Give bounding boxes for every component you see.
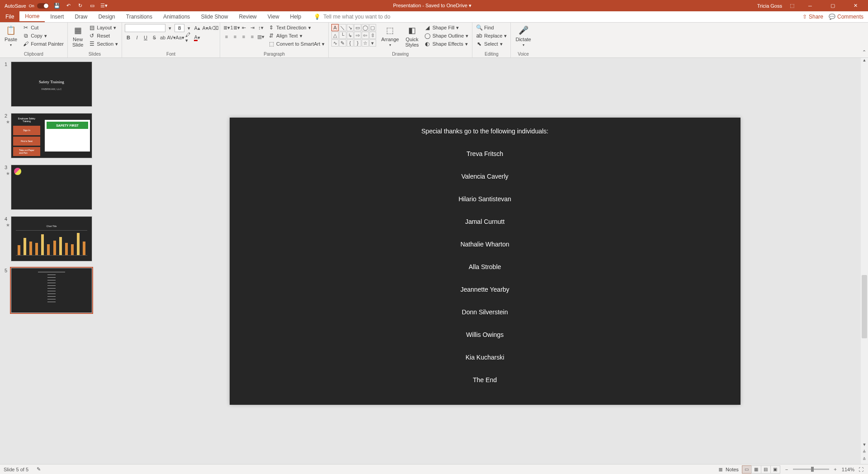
underline-button[interactable]: U: [142, 34, 149, 41]
italic-button[interactable]: I: [133, 34, 141, 41]
shape-rect-icon[interactable]: ▭: [354, 24, 361, 31]
change-case-button[interactable]: Aa▾: [176, 34, 184, 41]
tab-transitions[interactable]: Transitions: [121, 11, 158, 22]
zoom-in-button[interactable]: ＋: [832, 466, 839, 473]
slide-panel[interactable]: 1 Safety Training FABRIKAM, LLC 2★ Emplo…: [0, 58, 102, 464]
shape-triangle-icon[interactable]: △: [331, 32, 339, 39]
shape-outline-button[interactable]: ◯Shape Outline▾: [423, 32, 469, 39]
strikethrough-button[interactable]: S̶: [151, 34, 158, 41]
user-name[interactable]: Tricia Goss: [757, 3, 782, 9]
clear-format-icon[interactable]: A⌫: [210, 24, 217, 32]
zoom-slider[interactable]: [793, 469, 829, 470]
shape-textbox-icon[interactable]: A: [331, 24, 339, 31]
chevron-down-icon[interactable]: ▾: [185, 24, 193, 32]
align-center-button[interactable]: ≡: [231, 33, 239, 40]
slide-thumbnail-4[interactable]: Chart Title: [11, 216, 92, 261]
maximize-button[interactable]: ▢: [825, 0, 841, 11]
minimize-button[interactable]: ─: [802, 0, 818, 11]
select-button[interactable]: ⬉Select▾: [475, 40, 508, 47]
slide-canvas[interactable]: Special thanks go to the following indiv…: [102, 58, 868, 464]
normal-view-button[interactable]: ▭: [742, 465, 752, 474]
quick-styles-button[interactable]: ◧Quick Styles: [403, 24, 420, 48]
layout-button[interactable]: ▤Layout▾: [88, 24, 119, 31]
tab-review[interactable]: Review: [233, 11, 262, 22]
tab-animations[interactable]: Animations: [158, 11, 195, 22]
char-spacing-button[interactable]: AV▾: [168, 34, 175, 41]
slide-thumbnail-2[interactable]: Employee Safety Training Sign In Find a …: [11, 113, 92, 158]
font-size-input[interactable]: [175, 24, 184, 32]
increase-font-icon[interactable]: A▴: [193, 24, 201, 32]
scroll-up-icon[interactable]: ▲: [861, 58, 868, 65]
tab-file[interactable]: File: [0, 11, 19, 22]
line-spacing-button[interactable]: ↕▾: [257, 24, 264, 31]
reading-view-button[interactable]: ▤: [761, 465, 771, 474]
shape-right-arrow-icon[interactable]: ⇨: [354, 32, 361, 39]
copy-button[interactable]: ⧉Copy▾: [22, 32, 65, 39]
share-button[interactable]: ⇧Share: [802, 14, 823, 20]
shape-star-icon[interactable]: ☆: [362, 39, 369, 47]
next-slide-icon[interactable]: ≛: [861, 457, 868, 464]
shape-roundrect-icon[interactable]: ▢: [369, 24, 377, 31]
slide-thumbnail-1[interactable]: Safety Training FABRIKAM, LLC: [11, 62, 92, 107]
scroll-thumb[interactable]: [862, 275, 867, 338]
tab-design[interactable]: Design: [93, 11, 120, 22]
slide-thumbnail-3[interactable]: [11, 165, 92, 210]
tab-home[interactable]: Home: [19, 11, 45, 22]
sorter-view-button[interactable]: ▦: [751, 465, 761, 474]
close-button[interactable]: ✕: [847, 0, 863, 11]
shape-updown-arrow-icon[interactable]: ⇳: [369, 32, 377, 39]
slide-indicator[interactable]: Slide 5 of 5: [4, 467, 28, 472]
tab-insert[interactable]: Insert: [45, 11, 69, 22]
shape-elbow-icon[interactable]: └: [339, 32, 346, 39]
autosave-toggle[interactable]: [37, 3, 49, 9]
paste-button[interactable]: 📋 Paste ▾: [3, 24, 19, 48]
save-icon[interactable]: 💾: [53, 2, 61, 9]
shape-left-arrow-icon[interactable]: ⇦: [362, 32, 369, 39]
shapes-more-icon[interactable]: ▾: [369, 39, 377, 47]
find-button[interactable]: 🔍Find: [475, 24, 508, 31]
zoom-level[interactable]: 114%: [842, 467, 854, 472]
undo-icon[interactable]: ↶: [65, 2, 72, 9]
touch-mode-icon[interactable]: ☰▾: [100, 2, 108, 9]
shape-effects-button[interactable]: ◐Shape Effects▾: [423, 40, 469, 47]
shapes-gallery[interactable]: A ＼ ↘ ▭ ◯ ▢ △ └ ↳ ⇨ ⇦ ⇳ ∿ ✎: [331, 24, 377, 47]
arrange-button[interactable]: ⬚Arrange▾: [379, 24, 401, 48]
decrease-indent-button[interactable]: ⇤: [240, 24, 247, 31]
slide-thumbnail-5[interactable]: [11, 268, 92, 313]
font-color-button[interactable]: A▾: [193, 34, 201, 41]
comments-button[interactable]: 💬Comments: [829, 14, 863, 20]
replace-button[interactable]: abReplace▾: [475, 32, 508, 39]
bullets-button[interactable]: ≣▾: [223, 24, 230, 31]
section-button[interactable]: ☰Section▾: [88, 40, 119, 47]
numbering-button[interactable]: 1≣▾: [231, 24, 239, 31]
slideshow-view-button[interactable]: ▣: [770, 465, 780, 474]
align-text-button[interactable]: ⇵Align Text▾: [267, 32, 326, 39]
vertical-scrollbar[interactable]: ▲ ▼ ≜ ≛: [861, 58, 868, 464]
chevron-down-icon[interactable]: ▾: [166, 24, 174, 32]
justify-button[interactable]: ≡: [249, 33, 256, 40]
collapse-ribbon-button[interactable]: ⌃: [860, 48, 868, 56]
shape-fill-button[interactable]: ◢Shape Fill▾: [423, 24, 469, 31]
zoom-out-button[interactable]: −: [783, 466, 790, 473]
shadow-button[interactable]: ab: [159, 34, 166, 41]
dictate-button[interactable]: 🎤Dictate▾: [514, 24, 533, 48]
shape-line-icon[interactable]: ＼: [339, 24, 346, 31]
bold-button[interactable]: B: [125, 34, 132, 41]
tab-slideshow[interactable]: Slide Show: [195, 11, 233, 22]
start-slideshow-icon[interactable]: ▭: [89, 2, 96, 9]
columns-button[interactable]: ▥▾: [257, 33, 264, 40]
new-slide-button[interactable]: ▦ New Slide: [71, 24, 85, 48]
prev-slide-icon[interactable]: ≜: [861, 450, 868, 457]
reset-button[interactable]: ↺Reset: [88, 32, 119, 39]
tab-draw[interactable]: Draw: [69, 11, 93, 22]
spellcheck-icon[interactable]: ✎: [35, 466, 42, 473]
shape-freeform-icon[interactable]: ✎: [339, 39, 346, 47]
tab-view[interactable]: View: [262, 11, 285, 22]
highlight-button[interactable]: 🖍▾: [185, 34, 192, 41]
shape-brace-left-icon[interactable]: {: [347, 39, 354, 47]
scroll-down-icon[interactable]: ▼: [861, 442, 868, 450]
shape-oval-icon[interactable]: ◯: [362, 24, 369, 31]
shape-brace-right-icon[interactable]: }: [354, 39, 361, 47]
shape-elbow-arrow-icon[interactable]: ↳: [347, 32, 354, 39]
ribbon-display-icon[interactable]: ⬚: [788, 2, 796, 9]
